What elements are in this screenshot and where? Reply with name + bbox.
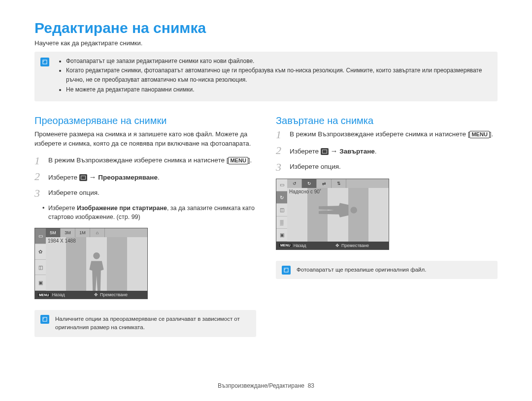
step-number: 3 bbox=[276, 162, 285, 173]
footer-back-label: Назад bbox=[52, 292, 65, 297]
step-number: 2 bbox=[276, 145, 285, 157]
nav-icon: ✥ bbox=[335, 243, 339, 248]
step-text: Изберете опция. bbox=[290, 162, 341, 173]
info-icon bbox=[40, 58, 49, 66]
page-footer: Възпроизвеждане/Редактиране 83 bbox=[0, 382, 532, 389]
note-item: Когато редактирате снимки, фотоапаратът … bbox=[66, 66, 491, 85]
sidebar-option-icon: ◫ bbox=[35, 260, 46, 276]
note-item: Фотоапаратът ще запази редактираните сни… bbox=[66, 57, 491, 66]
edit-icon bbox=[79, 174, 87, 181]
section-desc: Променете размера на снимка и я запишете… bbox=[34, 129, 256, 149]
menu-key-icon: MENU bbox=[38, 293, 50, 297]
svg-rect-0 bbox=[43, 60, 47, 64]
footer-back-label: Назад bbox=[294, 243, 306, 248]
size-option: 3M bbox=[61, 228, 75, 237]
step-text: Изберете → Преоразмеряване. bbox=[48, 171, 160, 183]
right-column: Завъртане на снимка 1 В режим Възпроизве… bbox=[276, 115, 498, 337]
step-text: В режим Възпроизвеждане изберете снимка … bbox=[290, 129, 493, 140]
footer-move-label: Преместване bbox=[100, 292, 128, 297]
camera-screen-rotate: ▭ ↻ ◫ ▒ ▣ ↺ ↻ ⇄ ⇅ Надясно с 90˚ bbox=[276, 179, 389, 250]
left-column: Преоразмеряване на снимки Променете разм… bbox=[34, 115, 256, 337]
step-text: Изберете опция. bbox=[48, 188, 100, 199]
sidebar-resize-icon: ▭ bbox=[35, 228, 46, 244]
resize-note: Наличните опции за преоразмеряване се ра… bbox=[34, 310, 256, 337]
section-title-resize: Преоразмеряване на снимки bbox=[34, 115, 256, 126]
size-option: ⌂ bbox=[90, 228, 105, 237]
sidebar-option-icon: ✿ bbox=[35, 244, 46, 260]
resolution-label: 1984 X 1488 bbox=[48, 238, 76, 244]
nav-icon: ✥ bbox=[94, 292, 98, 297]
sidebar-option-icon: ▭ bbox=[276, 179, 287, 191]
footer-move-label: Преместване bbox=[341, 243, 369, 248]
step-text: Изберете → Завъртане. bbox=[290, 145, 377, 157]
sidebar-option-icon: ▒ bbox=[276, 216, 287, 229]
svg-rect-4 bbox=[284, 268, 288, 272]
rotate-note: Фотоапаратът ще презапише оригиналния фа… bbox=[276, 261, 498, 279]
size-option: 5M bbox=[46, 228, 61, 237]
intro-text: Научете как да редактирате снимки. bbox=[34, 39, 498, 47]
page-title: Редактиране на снимка bbox=[34, 20, 498, 36]
note-item: Не можете да редактирате панорамни снимк… bbox=[66, 85, 491, 94]
size-option: 1M bbox=[75, 228, 90, 237]
person-silhouette bbox=[86, 252, 107, 291]
info-icon bbox=[282, 266, 291, 275]
menu-key-icon: MENU bbox=[279, 244, 292, 247]
info-icon bbox=[40, 315, 49, 324]
step-text: В режим Възпроизвеждане изберете снимка … bbox=[48, 155, 252, 166]
top-note-box: Фотоапаратът ще запази редактираните сни… bbox=[34, 52, 498, 101]
sidebar-option-icon: ◫ bbox=[276, 204, 287, 216]
menu-key: MENU bbox=[228, 157, 248, 164]
rotate-option: ↻ bbox=[302, 179, 317, 188]
menu-key: MENU bbox=[469, 131, 489, 138]
person-silhouette-rotated bbox=[319, 200, 357, 220]
rotate-label: Надясно с 90˚ bbox=[289, 189, 321, 194]
step-number: 1 bbox=[276, 129, 285, 140]
edit-icon bbox=[321, 148, 329, 155]
svg-rect-2 bbox=[43, 317, 47, 321]
rotate-option: ⇄ bbox=[317, 179, 332, 188]
sidebar-rotate-icon: ↻ bbox=[276, 191, 287, 204]
option-bullet: Изберете Изображение при стартиране, за … bbox=[48, 204, 256, 222]
sidebar-option-icon: ▣ bbox=[276, 229, 287, 241]
sidebar-option-icon: ▣ bbox=[35, 275, 46, 291]
rotate-option: ↺ bbox=[287, 179, 302, 188]
section-title-rotate: Завъртане на снимка bbox=[276, 115, 498, 126]
step-number: 3 bbox=[34, 188, 43, 199]
rotate-option: ⇅ bbox=[332, 179, 346, 188]
camera-screen-resize: ▭ ✿ ◫ ▣ 5M 3M 1M ⌂ 1984 X 1488 bbox=[34, 228, 148, 299]
step-number: 1 bbox=[34, 155, 43, 166]
step-number: 2 bbox=[34, 171, 43, 183]
